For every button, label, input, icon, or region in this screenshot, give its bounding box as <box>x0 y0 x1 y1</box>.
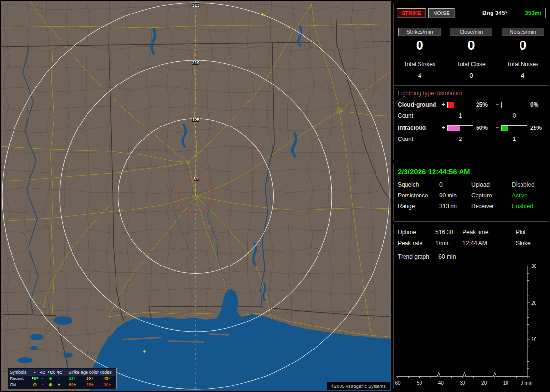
trend-section: Uptime 516:30 Peak time Plot Peak rate 1… <box>393 224 549 389</box>
squelch-label: Squelch <box>398 182 439 188</box>
ic-positive-bar <box>447 125 473 131</box>
datetime-display: 2/3/2026 12:44:56 AM <box>394 163 549 182</box>
uptime-label: Uptime <box>398 229 435 236</box>
receiver-label: Receiver <box>471 203 512 210</box>
upload-label: Upload <box>471 182 512 188</box>
peak-rate-label: Peak rate <box>398 240 435 247</box>
plus-sign: + <box>439 125 447 131</box>
cg-negative-bar <box>501 102 527 108</box>
stats-grid: Uptime 516:30 Peak time Plot Peak rate 1… <box>394 224 549 247</box>
minus-sign: − <box>493 125 501 131</box>
bearing-distance: 353mi <box>525 10 541 16</box>
minus-sign: − <box>493 101 501 108</box>
trend-window-value: 60 min <box>438 253 456 260</box>
old-pic-symbol: + <box>55 382 64 388</box>
rate-counters: Strikes/min Close/min Noises/min 0 0 0 <box>394 28 549 53</box>
cloud-ground-label: Cloud-ground <box>398 101 439 108</box>
count-label: Count <box>398 112 439 119</box>
counters-section: STRIKE NOISE Bng 345° 353mi Strikes/min … <box>393 3 549 160</box>
recent-nic-symbol: − <box>39 376 46 382</box>
ic-positive-pct: 50% <box>473 125 493 131</box>
noise-toggle-button[interactable]: NOISE <box>428 8 454 18</box>
old-nic-symbol: − <box>39 382 46 388</box>
persistence-label: Persistence <box>398 192 439 199</box>
nexstorm-screen: 313 219 125 31 Symbols -CG -IC +CG +IC S… <box>0 0 550 392</box>
legend-row-old-label: Old <box>9 382 31 388</box>
ic-positive-count: 2 <box>447 136 473 142</box>
intracloud-label: Intracloud <box>398 125 439 131</box>
close-per-min-value: 0 <box>446 36 497 53</box>
cloud-ground-row: Cloud-ground + 25% − 0% <box>394 100 549 110</box>
peak-rate-value: 1/min <box>435 240 463 247</box>
total-noises-value: 4 <box>497 68 549 79</box>
cloud-ground-count-row: Count 1 0 <box>394 110 549 120</box>
cg-negative-pct: 0% <box>527 101 545 108</box>
svg-text:20: 20 <box>481 380 487 386</box>
persistence-value: 90 min <box>439 192 471 199</box>
strikes-per-min-button[interactable]: Strikes/min <box>398 28 441 36</box>
section-divider <box>394 85 549 86</box>
capture-status: Active <box>512 192 545 199</box>
total-strikes-label: Total Strikes <box>394 61 446 68</box>
noises-per-min-value: 0 <box>497 36 549 53</box>
copyright-text: ©2005 Astrogenic Systems <box>327 382 390 390</box>
ring-label-219: 219 <box>192 60 199 65</box>
plus-sign: + <box>439 101 447 108</box>
ring-label-125: 125 <box>192 117 199 122</box>
svg-text:10: 10 <box>503 380 509 386</box>
age-code-60: 60+ <box>64 382 81 388</box>
side-panel: STRIKE NOISE Bng 345° 353mi Strikes/min … <box>393 3 549 389</box>
age-code-45: 45+ <box>99 376 116 382</box>
map-svg[interactable]: 313 219 125 31 <box>1 1 391 391</box>
squelch-value: 0 <box>439 182 471 188</box>
ic-negative-bar <box>501 125 527 131</box>
total-close-label: Total Close <box>446 61 497 68</box>
age-code-15: 15+ <box>64 376 81 382</box>
status-section: 2/3/2026 12:44:56 AM Squelch 0 Upload Di… <box>393 163 549 222</box>
legend-age-header: Strike age color codes <box>64 369 116 376</box>
bearing-value: Bng 345° <box>482 10 507 16</box>
legend-col-ncg: -CG <box>31 369 39 376</box>
trend-chart: 6050403020100 min102030 <box>394 262 550 389</box>
old-pcg-symbol: ⊕ <box>46 382 55 388</box>
lightning-map[interactable]: 313 219 125 31 Symbols -CG -IC +CG +IC S… <box>1 1 391 391</box>
total-noises-label: Total Noises <box>497 61 549 68</box>
capture-label: Capture <box>471 192 512 199</box>
noises-per-min-button[interactable]: Noises/min <box>502 28 544 36</box>
range-label: Range <box>398 203 439 210</box>
legend-col-pcg: +CG <box>46 369 55 376</box>
intracloud-row: Intracloud + 50% − 25% <box>394 123 549 133</box>
svg-text:30: 30 <box>460 380 465 386</box>
plot-value: Strike <box>516 240 545 247</box>
strikes-per-min-value: 0 <box>394 36 446 53</box>
uptime-value: 516:30 <box>435 229 463 236</box>
legend-col-pic: +IC <box>55 369 64 376</box>
svg-text:10: 10 <box>531 337 537 342</box>
recent-ncg-symbol: ⊖ <box>31 376 39 382</box>
cg-positive-bar <box>447 102 473 108</box>
legend-row-recent-label: Recent <box>9 376 31 382</box>
recent-pic-symbol: + <box>55 376 64 382</box>
svg-text:30: 30 <box>531 264 537 269</box>
recent-pcg-symbol: ⊕ <box>46 376 55 382</box>
legend-symbols-header: Symbols <box>9 369 31 376</box>
mode-toggle-row: STRIKE NOISE Bng 345° 353mi <box>394 3 549 18</box>
ring-label-31: 31 <box>193 176 198 181</box>
ic-negative-pct: 25% <box>527 125 545 131</box>
total-close-value: 0 <box>446 68 497 79</box>
trend-graph-label: Trend graph <box>398 253 429 260</box>
peak-time-value: 12:44 AM <box>463 240 516 247</box>
trend-graph-header: Trend graph 60 min <box>394 247 549 260</box>
bearing-display: Bng 345° 353mi <box>478 8 546 18</box>
svg-text:60: 60 <box>395 380 401 386</box>
plot-label: Plot <box>516 229 545 236</box>
legend-col-nic: -IC <box>39 369 46 376</box>
svg-text:40: 40 <box>438 380 444 386</box>
total-strikes-value: 4 <box>394 68 446 79</box>
svg-text:0 min: 0 min <box>521 380 532 386</box>
strike-toggle-button[interactable]: STRIKE <box>397 8 426 18</box>
close-per-min-button[interactable]: Close/min <box>450 28 492 36</box>
count-label: Count <box>398 136 439 142</box>
age-code-90: 90+ <box>99 382 116 388</box>
ic-negative-count: 1 <box>501 136 527 142</box>
